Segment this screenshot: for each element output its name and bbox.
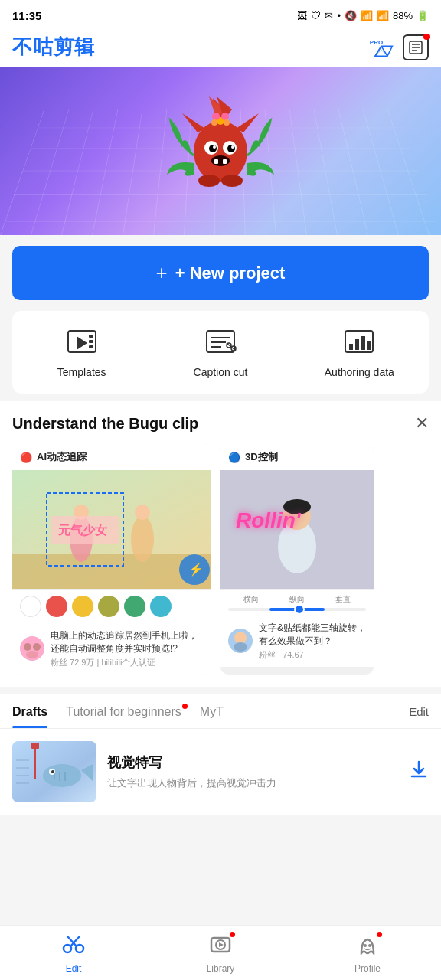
svg-point-63 [26, 651, 38, 658]
tabs-header: Drafts Tutorial for beginners MyT Edit [0, 694, 441, 729]
authoring-icon-box [341, 326, 377, 360]
bottom-navigation: Edit Library Profile [0, 925, 441, 980]
card1-avatar [20, 636, 44, 661]
app-header: 不咕剪辑 PRO [0, 28, 441, 67]
tab-drafts[interactable]: Drafts [12, 705, 47, 728]
svg-text:元气少女: 元气少女 [57, 524, 108, 537]
templates-icon-box [64, 326, 100, 360]
scissors-icon [62, 933, 85, 960]
caption-icon [204, 328, 237, 358]
templates-label: Templates [57, 366, 106, 378]
authoring-label: Authoring data [325, 366, 394, 378]
svg-point-26 [221, 175, 243, 187]
card2-tag-label: 3D控制 [245, 450, 278, 464]
draft-item[interactable]: 视觉特写 让文字出现人物背后，提高视觉冲击力 [0, 729, 441, 815]
tutorial-tab-dot [182, 704, 188, 709]
svg-point-70 [234, 632, 247, 644]
card2-labels: 横向 纵向 垂直 [228, 594, 366, 605]
svg-point-95 [368, 944, 371, 947]
templates-action[interactable]: Templates [12, 318, 151, 386]
profile-dot [377, 932, 382, 937]
label-vertical: 纵向 [289, 594, 305, 605]
svg-marker-12 [182, 113, 205, 132]
new-project-label: + New project [175, 263, 286, 283]
mute-icon: 🔇 [345, 10, 357, 21]
svg-rect-35 [89, 340, 93, 343]
svg-rect-45 [349, 344, 353, 350]
svg-point-21 [231, 145, 234, 149]
dot-icon: • [337, 10, 341, 21]
color-dot-yellow [72, 596, 93, 617]
pro-button[interactable]: PRO [369, 35, 394, 60]
new-project-button[interactable]: + + New project [12, 246, 429, 300]
svg-point-25 [198, 175, 220, 187]
notification-dot [423, 34, 430, 40]
svg-text:⚡: ⚡ [188, 562, 204, 577]
tab-myt-label: MyT [200, 705, 224, 718]
caption-action[interactable]: Caption cut [151, 318, 289, 386]
authoring-action[interactable]: Authoring data [290, 318, 429, 386]
svg-text:Rollin': Rollin' [236, 508, 302, 532]
plus-icon: + [156, 261, 168, 285]
bugu-card-1[interactable]: 🔴 AI动态追踪 [12, 444, 211, 675]
edit-button[interactable]: Edit [409, 705, 429, 727]
tabs-section: Drafts Tutorial for beginners MyT Edit [0, 694, 441, 815]
library-icon [209, 933, 232, 960]
hero-banner [0, 67, 441, 235]
card2-footer: 文字&贴纸都能三轴旋转，有么效果做不到？ 粉丝 · 74.67 [220, 616, 374, 667]
download-button[interactable] [409, 760, 429, 784]
tab-myt[interactable]: MyT [200, 705, 224, 728]
card2-image: Rollin' [220, 470, 374, 589]
quick-actions-bar: Templates Caption cut [12, 311, 429, 394]
card2-slider[interactable] [228, 608, 366, 611]
svg-rect-23 [214, 159, 218, 164]
color-dot-red [46, 596, 67, 617]
card2-slider-area: 横向 纵向 垂直 [220, 589, 374, 616]
close-bugu-button[interactable]: ✕ [415, 413, 429, 433]
svg-marker-33 [77, 336, 87, 350]
nav-library[interactable]: Library [147, 933, 294, 974]
label-horizontal: 横向 [243, 594, 259, 605]
battery-icon: 🔋 [416, 10, 429, 21]
draft-info: 视觉特写 让文字出现人物背后，提高视觉冲击力 [107, 753, 398, 790]
slider-thumb [294, 604, 305, 615]
card2-meta: 粉丝 · 74.67 [259, 649, 366, 661]
header-icons: PRO [369, 34, 429, 60]
card1-footer: 电脑上的动态追踪居然到手机上啦，还能自动调整角度并实时预览!? 粉丝 72.9万… [12, 623, 211, 675]
svg-point-94 [364, 944, 367, 947]
card1-desc-block: 电脑上的动态追踪居然到手机上啦，还能自动调整角度并实时预览!? 粉丝 72.9万… [51, 629, 204, 668]
bugu-title: Understand the Bugu clip [12, 415, 198, 433]
color-dot-green [124, 596, 145, 617]
tab-tutorial-label: Tutorial for beginners [66, 705, 181, 718]
card2-tag-emoji: 🔵 [228, 452, 240, 463]
tab-tutorial[interactable]: Tutorial for beginners [66, 705, 181, 728]
card1-colors [12, 589, 211, 623]
gallery-icon: 🖼 [297, 10, 307, 21]
library-dot [230, 932, 235, 937]
svg-point-20 [213, 145, 216, 149]
color-dot-olive [98, 596, 119, 617]
caption-label: Caption cut [194, 366, 248, 378]
svg-rect-24 [223, 159, 227, 164]
authoring-icon [343, 328, 375, 358]
templates-icon [66, 328, 98, 358]
svg-point-71 [234, 642, 247, 652]
nav-profile-label: Profile [354, 963, 381, 974]
color-dot-white [20, 596, 41, 617]
svg-rect-46 [355, 339, 359, 350]
bugu-card-2[interactable]: 🔵 3D控制 Rollin' 横向 纵向 [220, 444, 374, 675]
nav-edit[interactable]: Edit [0, 933, 147, 974]
draft-subtitle: 让文字出现人物背后，提高视觉冲击力 [107, 776, 398, 790]
profile-icon [356, 933, 379, 960]
card2-desc-block: 文字&贴纸都能三轴旋转，有么效果做不到？ 粉丝 · 74.67 [259, 622, 366, 661]
notifications-button[interactable] [403, 34, 429, 60]
bugu-header: Understand the Bugu clip ✕ [12, 413, 429, 433]
svg-point-19 [227, 145, 235, 152]
app-logo: 不咕剪辑 [12, 34, 95, 60]
status-icons: 🖼 🛡 ✉ • 🔇 📶 📶 88% 🔋 [297, 10, 429, 21]
bugu-cards-list: 🔴 AI动态追踪 [12, 444, 429, 675]
draft-title: 视觉特写 [107, 753, 398, 772]
pro-diamond-icon: PRO [369, 34, 394, 61]
status-bar: 11:35 🖼 🛡 ✉ • 🔇 📶 📶 88% 🔋 [0, 0, 441, 28]
nav-profile[interactable]: Profile [294, 933, 441, 974]
